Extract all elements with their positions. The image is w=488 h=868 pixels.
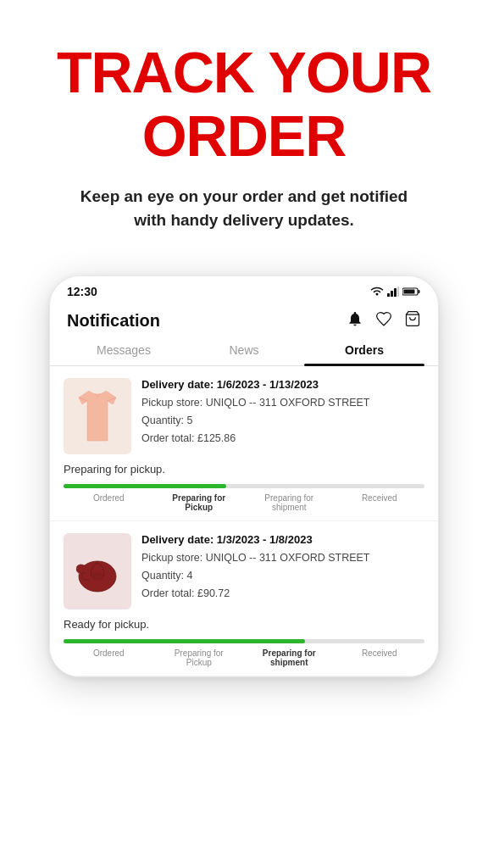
order-content-2: Delivery date: 1/3/2023 - 1/8/2023 Picku… [64, 533, 424, 609]
progress-track-2 [64, 639, 424, 643]
signal-icon [387, 287, 399, 297]
tabs-bar: Messages News Orders [50, 335, 438, 366]
svg-point-9 [91, 572, 104, 581]
bell-icon[interactable] [347, 310, 363, 331]
progress-step-preparing-ship-2: Preparing forshipment [244, 648, 335, 667]
progress-track-1 [64, 484, 424, 488]
status-time: 12:30 [67, 285, 97, 298]
order-status-2: Ready for pickup. [64, 618, 424, 631]
status-bar: 12:30 [50, 276, 438, 303]
tab-orders[interactable]: Orders [304, 335, 424, 365]
order-card-2: Delivery date: 1/3/2023 - 1/8/2023 Picku… [50, 521, 438, 676]
progress-step-preparing-pickup-1: Preparing forPickup [154, 493, 245, 512]
order-delivery-1: Delivery date: 1/6/2023 - 1/13/2023 [141, 378, 424, 391]
order-details-1: Pickup store: UNIQLO -- 311 OXFORD STREE… [141, 394, 424, 448]
progress-step-ordered-1: Ordered [64, 493, 154, 512]
progress-labels-1: Ordered Preparing forPickup Preparing fo… [64, 493, 424, 512]
progress-step-ordered-2: Ordered [64, 648, 154, 667]
svg-rect-2 [394, 288, 396, 297]
cart-icon[interactable] [404, 310, 421, 331]
hero-section: TRACK YOUR ORDER Keep an eye on your ord… [0, 0, 488, 259]
progress-fill-1 [64, 484, 226, 488]
hero-subtitle: Keep an eye on your order and get notifi… [66, 185, 422, 233]
heart-icon[interactable] [375, 310, 392, 331]
progress-labels-2: Ordered Preparing forPickup Preparing fo… [64, 648, 424, 667]
app-header-title: Notification [67, 311, 160, 331]
order-status-1: Preparing for pickup. [64, 463, 424, 476]
progress-step-received-1: Received [335, 493, 425, 512]
product-thumb-1 [64, 378, 131, 454]
orders-list: Delivery date: 1/6/2023 - 1/13/2023 Pick… [50, 366, 438, 676]
order-info-2: Delivery date: 1/3/2023 - 1/8/2023 Picku… [141, 533, 424, 609]
progress-step-received-2: Received [335, 648, 425, 667]
product-thumb-2 [64, 533, 131, 609]
hero-title: TRACK YOUR ORDER [34, 41, 454, 168]
svg-rect-3 [397, 287, 399, 297]
phone-mockup: 12:30 [0, 259, 488, 694]
status-icons [370, 287, 421, 297]
tab-news[interactable]: News [184, 335, 304, 365]
tab-messages[interactable]: Messages [64, 335, 184, 365]
order-content-1: Delivery date: 1/6/2023 - 1/13/2023 Pick… [64, 378, 424, 454]
progress-section-1: Ordered Preparing forPickup Preparing fo… [64, 481, 424, 520]
order-info-1: Delivery date: 1/6/2023 - 1/13/2023 Pick… [141, 378, 424, 454]
order-delivery-2: Delivery date: 1/3/2023 - 1/8/2023 [141, 533, 424, 546]
header-icons [347, 310, 421, 331]
order-details-2: Pickup store: UNIQLO -- 311 OXFORD STREE… [141, 549, 424, 604]
progress-step-preparing-ship-1: Preparing forshipment [244, 493, 335, 512]
progress-fill-2 [64, 639, 305, 643]
svg-rect-5 [419, 290, 420, 293]
wifi-icon [370, 287, 384, 297]
app-header: Notification [50, 303, 438, 335]
svg-rect-1 [391, 291, 393, 297]
order-card-1: Delivery date: 1/6/2023 - 1/13/2023 Pick… [50, 366, 438, 521]
battery-icon [402, 287, 421, 297]
progress-step-preparing-pickup-2: Preparing forPickup [154, 648, 245, 667]
progress-section-2: Ordered Preparing forPickup Preparing fo… [64, 636, 424, 676]
phone-frame: 12:30 [49, 275, 439, 677]
svg-rect-0 [387, 293, 390, 297]
svg-rect-6 [404, 289, 415, 293]
